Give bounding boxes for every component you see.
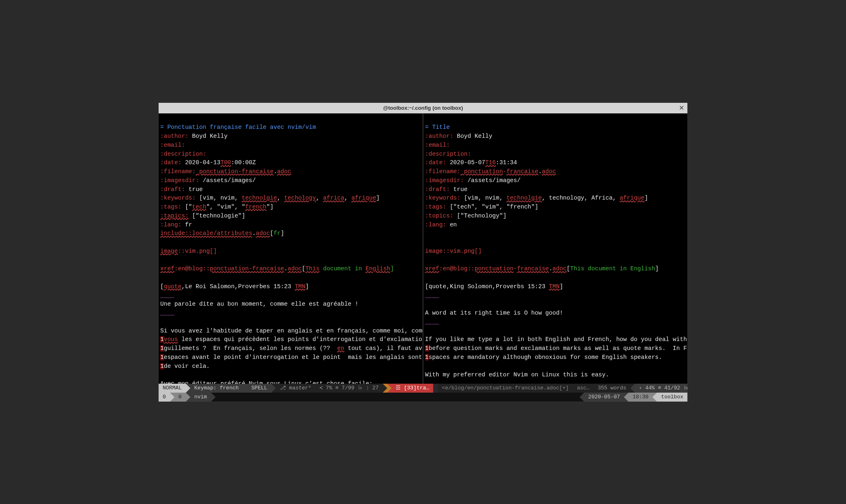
date-t: T00 (220, 159, 231, 166)
status-right: <e/blog/en/ponctuation-francaise.adoc[+]… (433, 384, 687, 393)
attr-date-key: :date: (160, 159, 181, 166)
date-pre: 2020-04-13 (181, 159, 220, 166)
position-indicator: ≺ 7% ≡ 7/99 ㏑ : 27 (315, 384, 383, 393)
quote-line: ____ (160, 292, 174, 299)
git-branch: ⎇ master* (276, 384, 315, 393)
attr-fname-key: :filename: (160, 168, 196, 175)
separator-icon (652, 393, 657, 402)
separator-icon (630, 384, 635, 393)
attr-author: Boyd Kelly (189, 133, 228, 139)
doc-title: Ponctuation française facile avec nvim/v… (167, 124, 316, 130)
fname-a: ponctuation-francaise (196, 168, 273, 175)
separator-icon (186, 384, 190, 393)
right-pane[interactable]: = Title :author: Boyd Kelly :email: :des… (423, 113, 687, 384)
separator-icon (624, 393, 628, 402)
attr-author-key: :author: (160, 133, 189, 139)
session-id[interactable]: 0 (159, 393, 170, 402)
doc-title-marker: = (160, 124, 167, 130)
status-bar: NORMAL Keymap: french SPELL ⎇ master* ≺ … (159, 384, 687, 393)
attr-desc-key: :description: (160, 151, 206, 157)
separator-icon (170, 393, 174, 402)
mode-indicator: NORMAL (159, 384, 186, 393)
word-count: 355 words (594, 384, 630, 393)
separator-icon (580, 393, 584, 402)
warnings: ☲ [33]tra… (392, 384, 433, 393)
time: 18:30 (628, 393, 652, 402)
window-title: @toolbox:~/.config (on toolbox) (383, 104, 463, 112)
date-post: :00:00Z (231, 159, 256, 166)
tmux-bar: 0 0 nvim 2020-05-07 18:30 toolbox (159, 393, 687, 402)
hostname: toolbox (657, 393, 687, 402)
window-id[interactable]: 0 (174, 393, 186, 402)
separator-icon (383, 384, 387, 393)
separator-icon (211, 393, 216, 402)
separator-icon (433, 384, 438, 393)
keymap-indicator: Keymap: french (190, 384, 243, 393)
status-left: NORMAL Keymap: french SPELL ⎇ master* ≺ … (159, 384, 433, 393)
process-name[interactable]: nvim (190, 393, 211, 402)
terminal-window: @toolbox:~/.config (on toolbox) ✕ = Ponc… (158, 102, 688, 402)
date: 2020-05-07 (584, 393, 624, 402)
left-pane[interactable]: = Ponctuation française facile avec nvim… (159, 113, 423, 384)
attr-email-key: :email: (160, 142, 185, 148)
tmux-fill (216, 393, 580, 402)
close-icon[interactable]: ✕ (679, 103, 684, 113)
attr-imgd-key: :imagesdir: (160, 177, 199, 184)
separator-icon (243, 384, 247, 393)
separator-icon (387, 384, 392, 393)
encoding: asc… (573, 384, 593, 393)
filename: <e/blog/en/ponctuation-francaise.adoc[+] (438, 384, 573, 393)
titlebar[interactable]: @toolbox:~/.config (on toolbox) ✕ (159, 103, 687, 113)
separator-icon (186, 393, 190, 402)
fold-marker: 1 (160, 336, 164, 343)
spell-indicator: SPELL (247, 384, 271, 393)
position: ‹ 44% ≡ 41/92 ㏑ : 1 (635, 384, 687, 393)
separator-icon (271, 384, 276, 393)
editor-content: = Ponctuation française facile avec nvim… (159, 113, 687, 384)
